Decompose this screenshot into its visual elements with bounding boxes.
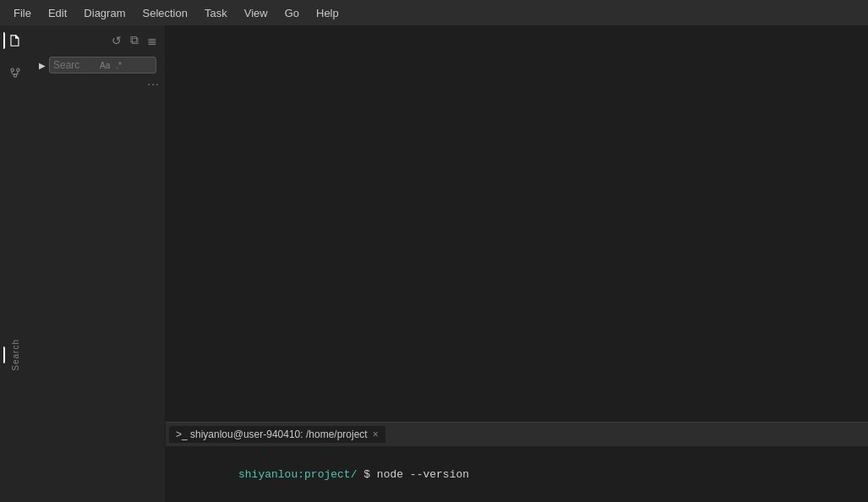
sidebar: ↺ ⧉ ≣ ▶ Aa .* ··· xyxy=(30,25,166,502)
menu-item-selection[interactable]: Selection xyxy=(135,4,194,22)
collapse-button[interactable]: ≣ xyxy=(145,32,160,49)
terminal-line-2: v10.14.0 xyxy=(172,499,861,503)
main-area: Search ↺ ⧉ ≣ ▶ Aa .* ··· >_ shiyanlou@u xyxy=(0,25,868,502)
activity-files[interactable] xyxy=(3,29,27,52)
terminal-close-button[interactable]: × xyxy=(373,428,379,440)
terminal-prompt-1: shiyanlou:project/ xyxy=(238,468,357,481)
activity-search[interactable]: Search xyxy=(3,343,27,367)
more-button[interactable]: ··· xyxy=(147,77,160,90)
sidebar-toolbar: ↺ ⧉ ≣ xyxy=(30,25,165,55)
menu-item-task[interactable]: Task xyxy=(198,4,234,22)
terminal-tab-label: >_ shiyanlou@user-940410: /home/project xyxy=(176,428,368,440)
copy-button[interactable]: ⧉ xyxy=(128,31,141,49)
terminal-tabs: >_ shiyanlou@user-940410: /home/project … xyxy=(166,423,868,446)
menu-item-go[interactable]: Go xyxy=(278,4,306,22)
menu-item-diagram[interactable]: Diagram xyxy=(77,4,132,22)
activity-bar: Search xyxy=(0,25,30,502)
terminal-cmd-1: $ node --version xyxy=(357,468,469,481)
search-input[interactable] xyxy=(53,59,96,71)
terminal-body[interactable]: shiyanlou:project/ $ node --version v10.… xyxy=(166,446,868,502)
menu-item-view[interactable]: View xyxy=(237,4,275,22)
search-bar-row: ▶ Aa .* xyxy=(34,57,161,74)
menu-item-file[interactable]: File xyxy=(7,4,38,22)
search-input-wrapper: Aa .* xyxy=(49,57,156,74)
activity-git[interactable] xyxy=(3,61,27,85)
terminal-tab[interactable]: >_ shiyanlou@user-940410: /home/project … xyxy=(169,426,385,443)
terminal-line-1: shiyanlou:project/ $ node --version xyxy=(172,450,861,499)
terminal-area: >_ shiyanlou@user-940410: /home/project … xyxy=(166,422,868,502)
menu-item-edit[interactable]: Edit xyxy=(41,4,74,22)
menu-item-help[interactable]: Help xyxy=(309,4,346,22)
sidebar-more: ··· xyxy=(30,75,165,92)
regex-button[interactable]: .* xyxy=(114,60,123,71)
refresh-button[interactable]: ↺ xyxy=(109,32,124,49)
search-label: Search xyxy=(11,336,20,374)
editor-area: >_ shiyanlou@user-940410: /home/project … xyxy=(166,25,868,502)
case-sensitive-button[interactable]: Aa xyxy=(98,60,112,71)
menubar: FileEditDiagramSelectionTaskViewGoHelp xyxy=(0,0,868,25)
expand-triangle[interactable]: ▶ xyxy=(39,61,46,70)
